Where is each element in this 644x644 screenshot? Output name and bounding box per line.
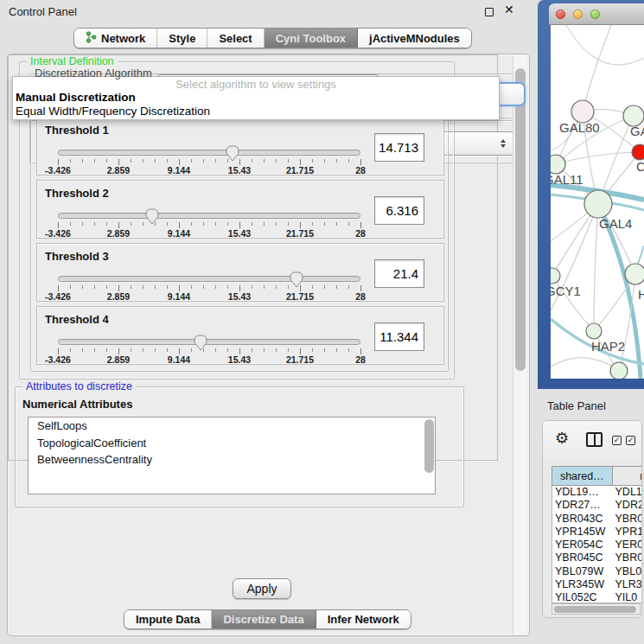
slider-tick-labels: -3.426 2.859 9.144 15.43 21.715 28 — [58, 291, 360, 301]
tab-style[interactable]: Style — [157, 29, 207, 48]
list-item[interactable]: TopologicalCoefficient — [29, 435, 435, 452]
network-node-label: C — [636, 159, 644, 174]
threshold-3-value-field[interactable]: 21.4 — [374, 259, 424, 288]
threshold-4-label: Threshold 4 — [45, 313, 109, 326]
table-row[interactable]: YLR345WYLR3 — [552, 578, 642, 591]
table-cell: YIL052C — [552, 591, 613, 603]
table-row[interactable]: YDL19…YDL1 — [552, 486, 642, 499]
network-node[interactable] — [584, 190, 612, 218]
network-node[interactable] — [551, 268, 560, 284]
application-window: Control Panel ✕ Network Style Select Cyn… — [0, 0, 644, 644]
column-header-name[interactable]: na — [613, 467, 642, 485]
table-panel-title: Table Panel — [547, 399, 606, 412]
threshold-1-slider[interactable] — [58, 150, 360, 156]
network-edge[interactable] — [594, 204, 598, 331]
tick-label: -3.426 — [45, 291, 71, 302]
float-window-icon[interactable] — [485, 8, 494, 16]
table-row[interactable]: YBR045CYBR0 — [552, 552, 642, 564]
list-item[interactable]: SelfLoops — [29, 418, 435, 435]
table-cell: YER0 — [613, 539, 642, 552]
threshold-1-panel: Threshold 1 -3.426 2.859 9.144 15.43 21.… — [36, 117, 444, 175]
network-node-label: GAL4 — [599, 216, 632, 231]
table-cell: YDL1 — [613, 486, 642, 499]
threshold-2-slider[interactable] — [58, 213, 360, 219]
bottom-tabbar: Impute Data Discretize Data Infer Networ… — [124, 609, 411, 629]
tick-label: -3.426 — [45, 165, 71, 175]
table-cell: YBR045C — [552, 552, 613, 564]
network-window-titlebar[interactable] — [549, 3, 644, 25]
network-canvas[interactable]: GAL80GACGAL11GAL4GCY1HHAP2 — [551, 25, 644, 379]
table-cell: YDR27… — [552, 499, 613, 512]
cyni-toolbox-panel: Table Data galFiltered.sif default node … — [7, 54, 530, 636]
tab-network[interactable]: Network — [74, 29, 157, 48]
checkbox-icon[interactable]: ✓ — [626, 436, 635, 445]
apply-button[interactable]: Apply — [233, 578, 291, 599]
table-cell: YPR145W — [552, 526, 613, 539]
table-cell: YDR2 — [613, 499, 642, 512]
tab-impute-data[interactable]: Impute Data — [124, 610, 212, 628]
node-attribute-table: shared… na YDL19…YDL1 YDR27…YDR2 YBR043C… — [552, 466, 642, 603]
threshold-4-panel: Threshold 4 -3.426 2.859 9.144 15.43 21.… — [36, 306, 444, 365]
network-node[interactable] — [551, 155, 565, 174]
tick-label: 2.859 — [107, 354, 130, 365]
tick-label: 28 — [355, 291, 366, 302]
table-row[interactable]: YIL052CYIL0 — [552, 591, 642, 603]
tab-select[interactable]: Select — [207, 29, 264, 48]
table-cell: YBR0 — [613, 513, 642, 526]
table-row[interactable]: YBL079WYBL0 — [552, 565, 642, 578]
tab-jactivemnodules[interactable]: jActiveMNodules — [358, 29, 471, 48]
network-edge[interactable] — [583, 25, 611, 112]
combo-spinner-icon — [501, 139, 506, 148]
checkbox-icon[interactable]: ✓ — [612, 436, 622, 445]
threshold-4-slider[interactable] — [58, 339, 360, 345]
column-header-shared[interactable]: shared… — [552, 467, 613, 485]
gear-icon[interactable]: ⚙ — [555, 429, 569, 448]
minimize-traffic-light-icon[interactable] — [573, 10, 583, 19]
table-scrollbar-thumb[interactable] — [554, 606, 636, 613]
threshold-3-slider[interactable] — [58, 276, 360, 282]
threshold-1-value-field[interactable]: 14.713 — [374, 133, 424, 162]
tick-label: -3.426 — [45, 354, 71, 365]
table-row[interactable]: YBR043CYBR0 — [552, 513, 642, 526]
threshold-2-value-field[interactable]: 6.316 — [374, 196, 424, 225]
column-layout-icon[interactable] — [586, 432, 603, 447]
tick-label: -3.426 — [45, 228, 71, 239]
close-traffic-light-icon[interactable] — [556, 10, 565, 19]
threshold-4-value-field[interactable]: 11.344 — [374, 322, 424, 351]
tab-infer-network[interactable]: Infer Network — [316, 610, 411, 628]
tick-label: 28 — [355, 165, 366, 175]
list-scrollbar[interactable] — [424, 419, 434, 461]
table-cell: YDL19… — [552, 486, 613, 499]
table-horizontal-scrollbar[interactable] — [552, 603, 641, 615]
table-cell: YPR1 — [613, 526, 642, 539]
attributes-group-title: Attributes to discretize — [22, 380, 136, 392]
tick-label: 2.859 — [107, 291, 130, 302]
network-node[interactable] — [586, 323, 602, 339]
numerical-attributes-list[interactable]: SelfLoops TopologicalCoefficient Between… — [28, 417, 436, 461]
network-node[interactable] — [610, 362, 628, 379]
table-cell: YLR345W — [552, 578, 613, 591]
table-cell: YBL079W — [552, 565, 613, 578]
table-header-row: shared… na — [552, 466, 642, 486]
table-row[interactable]: YPR145WYPR1 — [552, 526, 642, 539]
interval-definition-title: Interval Definition — [27, 55, 118, 67]
table-row[interactable]: YER054CYER0 — [552, 539, 642, 552]
algorithm-option-manual[interactable]: Manual Discretization — [13, 91, 499, 105]
algorithm-group-title: Discretization Algorithm — [35, 67, 152, 80]
network-edge[interactable] — [566, 25, 644, 65]
table-row[interactable]: YDR27…YDR2 — [552, 499, 642, 512]
close-icon[interactable]: ✕ — [504, 3, 514, 16]
tick-label: 15.43 — [228, 165, 251, 175]
network-node[interactable] — [632, 144, 644, 160]
algorithm-option-equal-width[interactable]: Equal Width/Frequency Discretization — [13, 105, 499, 118]
list-item[interactable]: BetweennessCentrality — [29, 451, 435, 461]
network-node[interactable] — [625, 264, 644, 284]
network-edge[interactable] — [551, 358, 619, 371]
table-panel: ⚙ ✓ ✓ shared… na YDL19…YDL1 YDR27…YDR2 Y… — [542, 420, 642, 618]
threshold-1-label: Threshold 1 — [45, 124, 109, 137]
zoom-traffic-light-icon[interactable] — [590, 10, 600, 19]
tab-discretize-data[interactable]: Discretize Data — [212, 610, 316, 628]
tick-label: 9.144 — [168, 228, 190, 239]
table-body: YDL19…YDL1 YDR27…YDR2 YBR043CYBR0 YPR145… — [552, 486, 642, 603]
tab-cyni-toolbox[interactable]: Cyni Toolbox — [265, 29, 358, 48]
